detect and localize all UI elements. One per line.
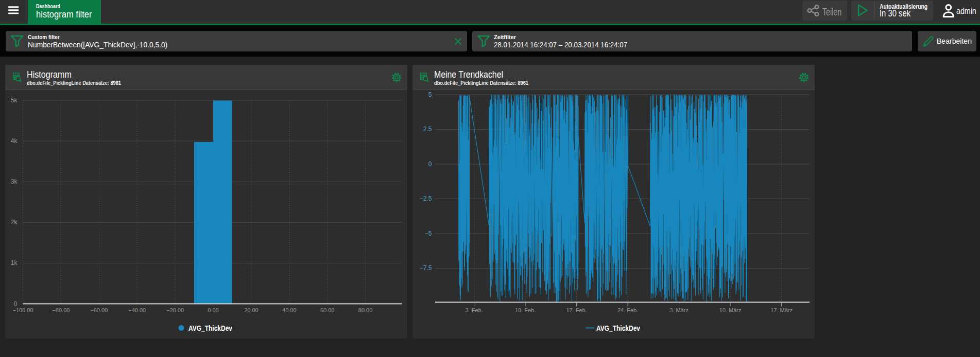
svg-text:10. Feb.: 10. Feb. [515, 307, 536, 313]
svg-text:3. Feb.: 3. Feb. [465, 307, 483, 313]
svg-text:2k: 2k [11, 219, 18, 226]
svg-text:Meine Trendkachel: Meine Trendkachel [434, 69, 503, 80]
svg-text:17. Feb.: 17. Feb. [566, 307, 587, 313]
svg-text:17. März: 17. März [770, 307, 793, 313]
svg-text:dbo.deFile_PicklingLine Datens: dbo.deFile_PicklingLine Datensätze: 8961 [27, 80, 121, 86]
svg-text:−2.5: −2.5 [420, 195, 432, 202]
svg-text:0: 0 [428, 160, 432, 168]
svg-text:dbo.deFile_PicklingLine Datens: dbo.deFile_PicklingLine Datensätze: 8961 [434, 80, 528, 86]
svg-text:80.00: 80.00 [358, 307, 373, 313]
svg-text:20.00: 20.00 [244, 307, 259, 313]
svg-text:24. Feb.: 24. Feb. [617, 307, 638, 313]
svg-text:1k: 1k [11, 259, 18, 266]
svg-text:3k: 3k [11, 178, 18, 185]
svg-text:−40.00: −40.00 [128, 307, 146, 313]
svg-text:0.00: 0.00 [208, 307, 218, 313]
svg-text:5k: 5k [11, 97, 18, 104]
svg-text:−5: −5 [425, 230, 432, 237]
svg-text:−100.00: −100.00 [12, 307, 33, 313]
svg-text:4k: 4k [11, 137, 18, 145]
svg-text:0: 0 [14, 300, 18, 308]
svg-text:60.00: 60.00 [320, 307, 335, 313]
svg-text:10. März: 10. März [719, 307, 742, 313]
svg-text:−20.00: −20.00 [166, 307, 184, 313]
svg-text:5: 5 [428, 91, 432, 98]
svg-text:2.5: 2.5 [423, 126, 432, 133]
svg-text:AVG_ThickDev: AVG_ThickDev [188, 324, 233, 332]
svg-text:Histogramm: Histogramm [27, 69, 72, 80]
svg-text:−7.5: −7.5 [420, 264, 432, 272]
svg-text:−80.00: −80.00 [52, 307, 70, 313]
svg-text:−60.00: −60.00 [90, 307, 108, 313]
svg-text:40.00: 40.00 [282, 307, 297, 313]
svg-text:3. März: 3. März [669, 307, 689, 313]
svg-text:AVG_ThickDev: AVG_ThickDev [596, 324, 641, 332]
